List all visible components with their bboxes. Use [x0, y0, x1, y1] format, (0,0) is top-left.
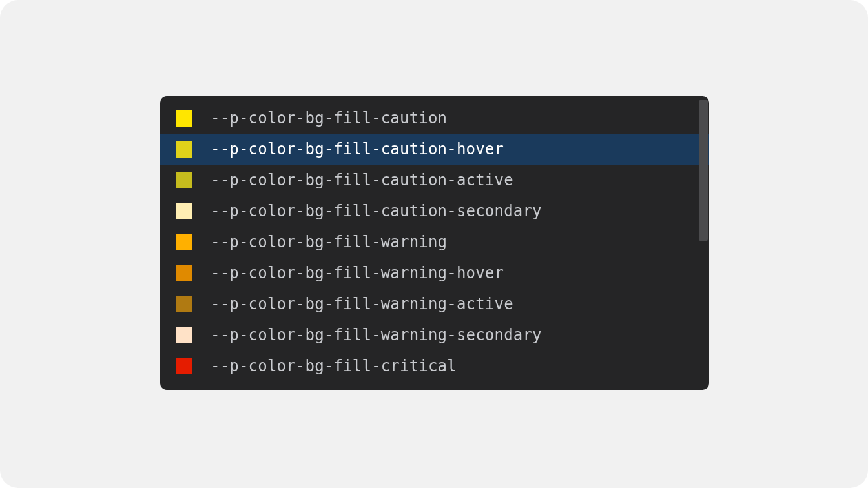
color-swatch — [176, 265, 192, 281]
token-label: --p-color-bg-fill-caution-secondary — [211, 202, 542, 220]
autocomplete-popup: --p-color-bg-fill-caution --p-color-bg-f… — [160, 96, 709, 390]
color-swatch — [176, 327, 192, 343]
token-label: --p-color-bg-fill-warning-hover — [211, 264, 504, 282]
suggestion-item[interactable]: --p-color-bg-fill-warning — [160, 227, 709, 258]
token-label: --p-color-bg-fill-caution — [211, 109, 447, 127]
token-label: --p-color-bg-fill-warning — [211, 233, 447, 251]
suggestion-item[interactable]: --p-color-bg-fill-warning-secondary — [160, 320, 709, 351]
suggestion-item[interactable]: --p-color-bg-fill-caution-secondary — [160, 196, 709, 227]
suggestion-item[interactable]: --p-color-bg-fill-warning-hover — [160, 258, 709, 289]
token-label: --p-color-bg-fill-caution-active — [211, 171, 513, 189]
color-swatch — [176, 358, 192, 374]
color-swatch — [176, 141, 192, 158]
color-swatch — [176, 203, 192, 219]
color-swatch — [176, 172, 192, 188]
suggestion-list: --p-color-bg-fill-caution --p-color-bg-f… — [160, 96, 709, 381]
color-swatch — [176, 234, 192, 250]
suggestion-item[interactable]: --p-color-bg-fill-warning-active — [160, 289, 709, 320]
suggestion-item[interactable]: --p-color-bg-fill-caution-hover — [160, 134, 709, 165]
suggestion-item[interactable]: --p-color-bg-fill-caution — [160, 103, 709, 134]
token-label: --p-color-bg-fill-warning-secondary — [211, 326, 542, 344]
color-swatch — [176, 110, 192, 127]
suggestion-item[interactable]: --p-color-bg-fill-critical — [160, 351, 709, 381]
token-label: --p-color-bg-fill-caution-hover — [211, 140, 504, 158]
suggestion-item[interactable]: --p-color-bg-fill-caution-active — [160, 165, 709, 196]
color-swatch — [176, 296, 192, 312]
page-canvas: --p-color-bg-fill-caution --p-color-bg-f… — [0, 0, 868, 488]
token-label: --p-color-bg-fill-warning-active — [211, 295, 513, 313]
scrollbar[interactable] — [698, 96, 709, 390]
token-label: --p-color-bg-fill-critical — [211, 357, 457, 375]
scrollbar-thumb[interactable] — [699, 100, 708, 241]
